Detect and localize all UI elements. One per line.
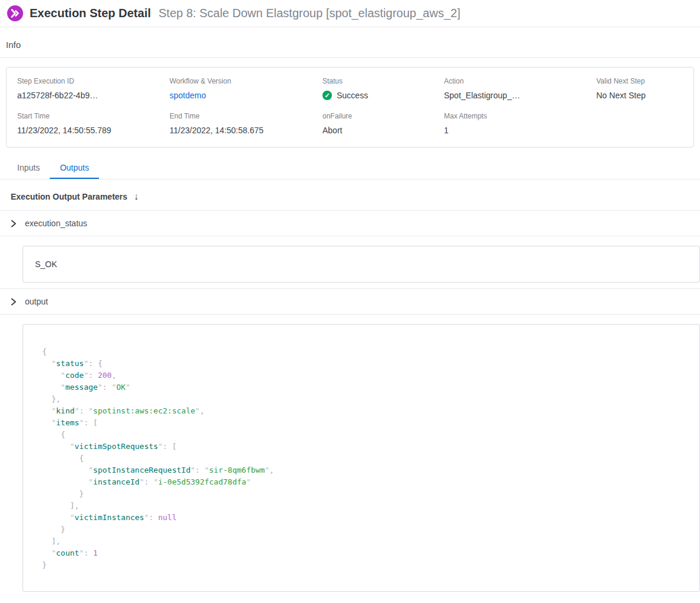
- app-logo-icon: [7, 5, 23, 21]
- execution-status-value: S_OK: [23, 246, 700, 283]
- field-label: Status: [322, 77, 444, 85]
- field-value: Spot_Elastigroup_…: [444, 91, 596, 100]
- param-row-execution-status[interactable]: execution_status: [0, 211, 700, 236]
- chevron-right-icon: [11, 298, 17, 306]
- info-divider: [0, 57, 700, 58]
- field-step-execution-id: Step Execution ID a125728f-6b22-4b9…: [17, 77, 170, 100]
- field-max-attempts: Max Attempts 1: [444, 112, 596, 135]
- field-value: 11/23/2022, 14:50:58.675: [170, 126, 322, 135]
- field-end-time: End Time 11/23/2022, 14:50:58.675: [170, 112, 322, 135]
- field-value: No Next Step: [596, 91, 683, 100]
- tab-inputs[interactable]: Inputs: [7, 157, 50, 179]
- field-value: 1: [444, 126, 596, 135]
- output-parameters-header: Execution Output Parameters ↓: [0, 179, 700, 211]
- workflow-link[interactable]: spotdemo: [170, 91, 322, 100]
- field-onfailure: onFailure Abort: [322, 112, 444, 135]
- field-value: 11/23/2022, 14:50:55.789: [17, 126, 170, 135]
- field-label: Step Execution ID: [17, 77, 170, 85]
- status-badge: ✓ Success: [322, 91, 444, 100]
- field-value: a125728f-6b22-4b9…: [17, 91, 170, 100]
- step-info-card: Step Execution ID a125728f-6b22-4b9… Wor…: [6, 67, 694, 147]
- field-valid-next-step: Valid Next Step No Next Step: [596, 77, 683, 100]
- output-json-viewer: { "status": { "code": 200, "message": "O…: [23, 324, 700, 592]
- step-subtitle: Step 8: Scale Down Elastgroup [spot_elas…: [159, 7, 461, 20]
- field-label: Max Attempts: [444, 112, 596, 120]
- collapse-all-arrow-icon[interactable]: ↓: [134, 192, 139, 201]
- page-title: Execution Step Detail: [30, 7, 151, 20]
- field-action: Action Spot_Elastigroup_…: [444, 77, 596, 100]
- field-start-time: Start Time 11/23/2022, 14:50:55.789: [17, 112, 170, 135]
- tab-outputs[interactable]: Outputs: [50, 157, 99, 179]
- inputs-outputs-tabbar: Inputs Outputs: [0, 157, 700, 179]
- field-label: Action: [444, 77, 596, 85]
- field-value: Abort: [322, 126, 444, 135]
- success-check-icon: ✓: [322, 91, 332, 100]
- param-name: execution_status: [25, 219, 87, 228]
- field-label: Valid Next Step: [596, 77, 683, 85]
- output-parameters-title: Execution Output Parameters: [11, 192, 127, 201]
- field-label: End Time: [170, 112, 322, 120]
- param-row-output[interactable]: output: [0, 289, 700, 315]
- chevron-right-icon: [11, 220, 17, 227]
- field-label: Start Time: [17, 112, 170, 120]
- output-value-wrap: { "status": { "code": 200, "message": "O…: [0, 315, 700, 598]
- field-label: Workflow & Version: [170, 77, 322, 85]
- param-name: output: [25, 297, 48, 306]
- info-section-heading: Info: [6, 40, 694, 57]
- field-workflow-version: Workflow & Version spotdemo: [170, 77, 322, 100]
- page-header: Execution Step Detail Step 8: Scale Down…: [0, 0, 700, 27]
- status-text: Success: [337, 91, 368, 100]
- execution-status-value-wrap: S_OK: [0, 236, 700, 289]
- field-label: onFailure: [322, 112, 444, 120]
- field-status: Status ✓ Success: [322, 77, 444, 100]
